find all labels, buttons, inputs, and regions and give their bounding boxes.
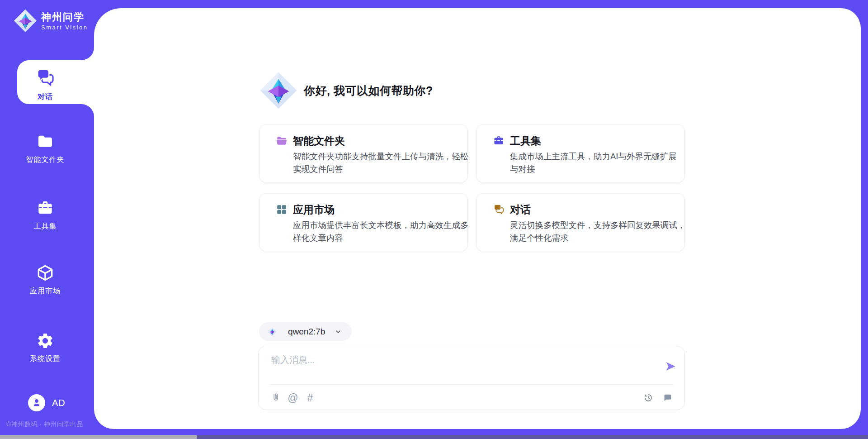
horizontal-scrollbar <box>0 435 868 439</box>
cube-icon <box>36 264 54 282</box>
sidebar-item-label: 对话 <box>38 92 53 102</box>
card-chat[interactable]: 对话 灵活切换多模型文件，支持多样回复效果调试，满足个性化需求 <box>476 193 685 251</box>
card-description: 集成市场上主流工具，助力AI与外界无缝扩展与对接 <box>510 150 682 175</box>
brand-subtitle: Smart Vision <box>41 24 88 31</box>
topic-button[interactable]: # <box>304 391 316 404</box>
brand-diamond-logo-icon <box>14 9 37 33</box>
diamond-logo-icon <box>259 72 297 110</box>
scrollbar-thumb[interactable] <box>0 435 197 439</box>
model-selector[interactable]: qwen2:7b <box>259 322 352 341</box>
history-button[interactable] <box>642 391 655 404</box>
composer-divider <box>269 384 674 385</box>
sidebar-item-settings[interactable]: 系统设置 <box>0 332 90 364</box>
attach-file-button[interactable] <box>269 391 282 404</box>
sidebar-footer: ©神州数码 · 神州问学出品 <box>6 420 83 429</box>
card-title: 工具集 <box>510 134 541 148</box>
composer-tools: @ # <box>269 389 316 406</box>
greeting-title: 你好, 我可以如何帮助你? <box>304 83 433 98</box>
folder-open-icon <box>276 135 288 147</box>
apps-grid-icon <box>276 204 288 215</box>
app-root: 神州问学 Smart Vision 对话 智能文件夹 工具集 应用市场 系统设置… <box>0 0 868 439</box>
toolbox-icon <box>493 135 505 147</box>
card-description: 应用市场提供丰富长文本模板，助力高效生成多样化文章内容 <box>293 219 470 244</box>
sidebar-item-toolset[interactable]: 工具集 <box>0 199 90 231</box>
card-title: 应用市场 <box>293 203 335 217</box>
sidebar-item-smart-folder[interactable]: 智能文件夹 <box>0 133 90 165</box>
brand-title: 神州问学 <box>41 11 88 23</box>
user-name: AD <box>52 398 66 408</box>
diamond-logo-icon <box>268 327 277 336</box>
sidebar-item-label: 工具集 <box>34 222 57 231</box>
gear-icon <box>36 332 54 350</box>
message-composer: @ # <box>258 346 685 410</box>
greeting-block: 你好, 我可以如何帮助你? <box>259 72 433 110</box>
chat-icon <box>493 204 505 215</box>
send-button[interactable] <box>662 358 679 374</box>
model-name: qwen2:7b <box>288 327 325 337</box>
person-icon <box>31 397 42 408</box>
sidebar-item-label: 智能文件夹 <box>26 155 65 165</box>
sidebar-item-label: 应用市场 <box>30 286 61 296</box>
hash-icon: # <box>307 393 313 403</box>
card-description: 智能文件夹功能支持批量文件上传与清洗，轻松实现文件问答 <box>293 150 470 175</box>
avatar <box>28 394 45 411</box>
card-description: 灵活切换多模型文件，支持多样回复效果调试，满足个性化需求 <box>510 219 687 244</box>
card-toolset[interactable]: 工具集 集成市场上主流工具，助力AI与外界无缝扩展与对接 <box>476 124 685 182</box>
toolbox-icon <box>36 199 54 217</box>
message-input[interactable] <box>270 353 647 382</box>
new-conversation-button[interactable] <box>661 391 674 404</box>
user-profile[interactable]: AD <box>28 394 66 411</box>
paperclip-icon <box>270 392 281 403</box>
sidebar-item-app-market[interactable]: 应用市场 <box>0 264 90 296</box>
chevron-down-icon <box>335 328 342 335</box>
chat-icon <box>35 68 55 88</box>
card-smart-folder[interactable]: 智能文件夹 智能文件夹功能支持批量文件上传与清洗，轻松实现文件问答 <box>259 124 468 182</box>
brand: 神州问学 Smart Vision <box>14 9 88 33</box>
send-icon <box>665 360 677 372</box>
sidebar-item-label: 系统设置 <box>30 354 61 364</box>
message-icon <box>662 393 672 403</box>
sidebar-item-chat[interactable]: 对话 <box>0 68 90 102</box>
card-title: 对话 <box>510 203 531 217</box>
mention-button[interactable]: @ <box>287 391 299 404</box>
card-app-market[interactable]: 应用市场 应用市场提供丰富长文本模板，助力高效生成多样化文章内容 <box>259 193 468 251</box>
feature-cards: 智能文件夹 智能文件夹功能支持批量文件上传与清洗，轻松实现文件问答 工具集 集成… <box>259 124 686 251</box>
card-title: 智能文件夹 <box>293 134 345 148</box>
composer-actions <box>642 389 674 406</box>
folder-icon <box>36 133 54 151</box>
history-icon <box>643 393 653 403</box>
at-icon: @ <box>288 393 298 403</box>
